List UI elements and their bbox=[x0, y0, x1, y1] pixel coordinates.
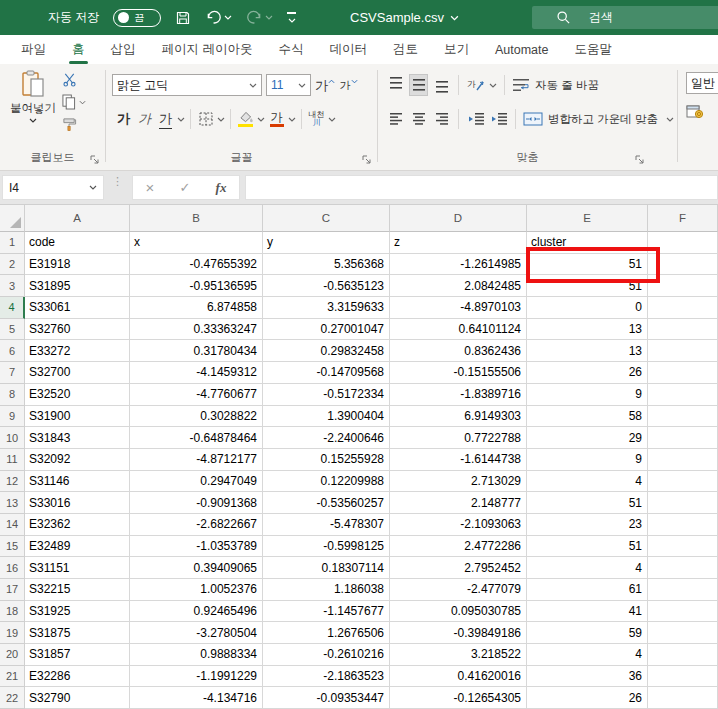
cell-C3[interactable]: -0.5635123 bbox=[263, 275, 390, 297]
cell-A17[interactable]: S32215 bbox=[25, 579, 130, 601]
cell-E13[interactable]: 51 bbox=[527, 492, 648, 514]
cell-E22[interactable]: 26 bbox=[527, 687, 648, 709]
cell-B20[interactable]: 0.9888334 bbox=[130, 644, 263, 666]
cell-D14[interactable]: -2.1093063 bbox=[390, 514, 527, 536]
cell-F16[interactable] bbox=[648, 557, 718, 579]
name-box-dropdown-icon[interactable] bbox=[89, 185, 97, 190]
row-header-16[interactable]: 16 bbox=[0, 557, 25, 579]
cell-F18[interactable] bbox=[648, 601, 718, 623]
cell-D21[interactable]: 0.41620016 bbox=[390, 666, 527, 688]
cell-A2[interactable]: E31918 bbox=[25, 254, 130, 276]
cell-C19[interactable]: 1.2676506 bbox=[263, 622, 390, 644]
cell-D10[interactable]: 0.7722788 bbox=[390, 427, 527, 449]
cell-A3[interactable]: S31895 bbox=[25, 275, 130, 297]
cell-E18[interactable]: 41 bbox=[527, 601, 648, 623]
column-header-D[interactable]: D bbox=[390, 205, 527, 232]
cell-F14[interactable] bbox=[648, 514, 718, 536]
cell-A8[interactable]: E32520 bbox=[25, 384, 130, 406]
cell-A7[interactable]: S32700 bbox=[25, 362, 130, 384]
window-title[interactable]: CSVSample.csv bbox=[350, 0, 459, 35]
cell-F21[interactable] bbox=[648, 666, 718, 688]
row-header-15[interactable]: 15 bbox=[0, 536, 25, 558]
save-button[interactable] bbox=[175, 10, 191, 26]
tab-수식[interactable]: 수식 bbox=[265, 35, 316, 64]
cell-C2[interactable]: 5.356368 bbox=[263, 254, 390, 276]
row-header-5[interactable]: 5 bbox=[0, 319, 25, 341]
cell-B2[interactable]: -0.47655392 bbox=[130, 254, 263, 276]
cell-F17[interactable] bbox=[648, 579, 718, 601]
tab-홈[interactable]: 홈 bbox=[59, 35, 98, 64]
select-all-corner[interactable] bbox=[0, 205, 25, 232]
row-header-7[interactable]: 7 bbox=[0, 362, 25, 384]
cell-C20[interactable]: -0.2610216 bbox=[263, 644, 390, 666]
row-header-18[interactable]: 18 bbox=[0, 601, 25, 623]
cell-A13[interactable]: S33016 bbox=[25, 492, 130, 514]
cell-B5[interactable]: 0.33363247 bbox=[130, 319, 263, 341]
column-header-A[interactable]: A bbox=[25, 205, 130, 232]
cell-F3[interactable] bbox=[648, 275, 718, 297]
cell-F22[interactable] bbox=[648, 687, 718, 709]
cell-C4[interactable]: 3.3159633 bbox=[263, 297, 390, 319]
enter-button[interactable]: ✓ bbox=[180, 180, 191, 195]
tab-삽입[interactable]: 삽입 bbox=[98, 35, 149, 64]
cell-B11[interactable]: -4.8712177 bbox=[130, 449, 263, 471]
clipboard-dialog-launcher-icon[interactable] bbox=[90, 155, 100, 165]
borders-button[interactable] bbox=[196, 108, 215, 130]
cell-D2[interactable]: -1.2614985 bbox=[390, 254, 527, 276]
cell-A12[interactable]: S31146 bbox=[25, 471, 130, 493]
cell-F2[interactable] bbox=[648, 254, 718, 276]
row-header-21[interactable]: 21 bbox=[0, 666, 25, 688]
cell-D22[interactable]: -0.12654305 bbox=[390, 687, 527, 709]
cell-A20[interactable]: S31857 bbox=[25, 644, 130, 666]
cell-A22[interactable]: S32790 bbox=[25, 687, 130, 709]
cell-D6[interactable]: 0.8362436 bbox=[390, 340, 527, 362]
cell-D5[interactable]: 0.64101124 bbox=[390, 319, 527, 341]
tab-데이터[interactable]: 데이터 bbox=[316, 35, 380, 64]
cell-B21[interactable]: -1.1991229 bbox=[130, 666, 263, 688]
tab-파일[interactable]: 파일 bbox=[8, 35, 59, 64]
customize-toolbar-icon[interactable] bbox=[287, 12, 296, 22]
cell-E19[interactable]: 59 bbox=[527, 622, 648, 644]
underline-button[interactable]: 가 bbox=[156, 108, 175, 130]
cell-F13[interactable] bbox=[648, 492, 718, 514]
row-header-4[interactable]: 4 bbox=[0, 297, 25, 319]
italic-button[interactable]: 가 bbox=[135, 108, 154, 130]
cell-E5[interactable]: 13 bbox=[527, 319, 648, 341]
row-header-17[interactable]: 17 bbox=[0, 579, 25, 601]
tab-Automate[interactable]: Automate bbox=[482, 35, 562, 64]
autosave-toggle[interactable]: 끔 bbox=[113, 9, 161, 27]
row-header-3[interactable]: 3 bbox=[0, 275, 25, 297]
row-header-10[interactable]: 10 bbox=[0, 427, 25, 449]
row-header-22[interactable]: 22 bbox=[0, 687, 25, 709]
cell-B12[interactable]: 0.2947049 bbox=[130, 471, 263, 493]
row-header-19[interactable]: 19 bbox=[0, 622, 25, 644]
formula-bar-splitter[interactable]: ⋮ bbox=[112, 179, 120, 184]
cell-E21[interactable]: 36 bbox=[527, 666, 648, 688]
cell-E4[interactable]: 0 bbox=[527, 297, 648, 319]
row-header-8[interactable]: 8 bbox=[0, 384, 25, 406]
cell-F8[interactable] bbox=[648, 384, 718, 406]
cell-D11[interactable]: -1.6144738 bbox=[390, 449, 527, 471]
undo-button[interactable] bbox=[205, 10, 232, 25]
font-name-combo[interactable]: 맑은 고딕 bbox=[112, 74, 262, 96]
cell-D3[interactable]: 2.0842485 bbox=[390, 275, 527, 297]
cell-B19[interactable]: -3.2780504 bbox=[130, 622, 263, 644]
cell-E14[interactable]: 23 bbox=[527, 514, 648, 536]
cell-B8[interactable]: -4.7760677 bbox=[130, 384, 263, 406]
align-middle-button[interactable] bbox=[409, 74, 428, 96]
cell-C6[interactable]: 0.29832458 bbox=[263, 340, 390, 362]
cell-B14[interactable]: -2.6822667 bbox=[130, 514, 263, 536]
cell-D4[interactable]: -4.8970103 bbox=[390, 297, 527, 319]
cell-A4[interactable]: S33061 bbox=[25, 297, 130, 319]
row-header-2[interactable]: 2 bbox=[0, 254, 25, 276]
column-header-B[interactable]: B bbox=[130, 205, 263, 232]
merge-center-button[interactable]: 병합하고 가운데 맞춤 bbox=[523, 108, 658, 130]
cell-E16[interactable]: 4 bbox=[527, 557, 648, 579]
cancel-button[interactable]: × bbox=[146, 179, 155, 196]
cell-A1[interactable]: code bbox=[25, 232, 130, 254]
cell-C11[interactable]: 0.15255928 bbox=[263, 449, 390, 471]
formula-input[interactable] bbox=[245, 175, 718, 200]
cell-B16[interactable]: 0.39409065 bbox=[130, 557, 263, 579]
cell-F10[interactable] bbox=[648, 427, 718, 449]
grow-font-button[interactable]: 가 bbox=[315, 74, 335, 96]
